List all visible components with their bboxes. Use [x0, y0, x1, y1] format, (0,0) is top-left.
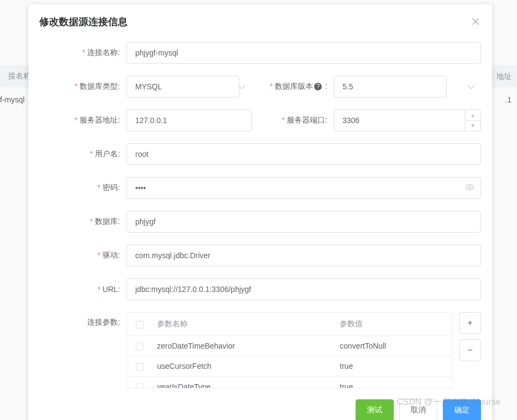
- remove-param-button[interactable]: −: [459, 339, 481, 361]
- confirm-button[interactable]: 确定: [443, 399, 481, 420]
- label-conn-name: 连接名称:: [39, 48, 127, 58]
- label-db-type: 数据库类型:: [39, 82, 127, 92]
- dialog-title: 修改数据源连接信息: [39, 15, 128, 28]
- dialog-header: 修改数据源连接信息: [39, 15, 481, 28]
- label-conn-params: 连接参数:: [39, 312, 127, 327]
- label-server-port: 服务器端口:: [268, 115, 334, 125]
- label-username: 用户名:: [39, 149, 127, 159]
- port-decrease-button[interactable]: ▼: [465, 121, 480, 131]
- row-checkbox[interactable]: [136, 384, 143, 388]
- edit-datasource-dialog: 修改数据源连接信息 连接名称: 数据库类型: 数据库版本? : 服务器地址:: [28, 4, 492, 420]
- server-addr-input[interactable]: [127, 109, 252, 131]
- param-name-cell: useCursorFetch: [152, 356, 334, 376]
- test-button[interactable]: 测试: [356, 399, 394, 420]
- label-driver: 驱动:: [39, 251, 127, 260]
- row-checkbox[interactable]: [136, 363, 143, 371]
- table-row: zeroDateTimeBehavior convertToNull: [127, 336, 452, 356]
- url-input[interactable]: [127, 278, 481, 300]
- select-all-checkbox[interactable]: [136, 321, 143, 328]
- label-url: URL:: [39, 285, 127, 294]
- table-row: yearIsDateType true: [127, 376, 452, 388]
- col-param-value: 参数值: [334, 313, 452, 336]
- label-database: 数据库:: [39, 217, 127, 227]
- eye-icon[interactable]: [465, 182, 474, 194]
- port-stepper: ▲ ▼: [465, 109, 481, 131]
- database-input[interactable]: [127, 211, 481, 233]
- col-param-name: 参数名称: [152, 313, 334, 336]
- driver-input[interactable]: [127, 245, 481, 266]
- db-version-select[interactable]: [334, 76, 447, 98]
- label-db-version: 数据库版本? :: [268, 82, 334, 92]
- label-server-addr: 服务器地址:: [39, 115, 127, 125]
- cancel-button[interactable]: 取消: [399, 399, 437, 420]
- table-row: useCursorFetch true: [127, 356, 452, 376]
- row-checkbox[interactable]: [136, 343, 143, 350]
- add-param-button[interactable]: +: [459, 312, 481, 334]
- port-increase-button[interactable]: ▲: [465, 110, 480, 121]
- param-value-cell: true: [334, 376, 452, 388]
- db-type-select[interactable]: [127, 76, 239, 98]
- param-value-cell: convertToNull: [334, 336, 452, 356]
- username-input[interactable]: [127, 143, 481, 165]
- conn-name-input[interactable]: [127, 42, 481, 64]
- close-icon[interactable]: [470, 16, 481, 27]
- param-action-buttons: + −: [459, 312, 481, 361]
- help-icon[interactable]: ?: [314, 83, 322, 90]
- label-password: 密码:: [39, 183, 127, 193]
- param-value-cell: true: [334, 356, 452, 376]
- server-port-input[interactable]: [334, 109, 465, 131]
- params-table: 参数名称 参数值 zeroDateTimeBehavior convertToN…: [127, 312, 453, 388]
- password-input[interactable]: [127, 177, 481, 199]
- dialog-footer: 测试 取消 确定: [39, 399, 481, 420]
- param-name-cell: yearIsDateType: [152, 376, 334, 388]
- svg-point-0: [468, 186, 471, 188]
- param-name-cell: zeroDateTimeBehavior: [152, 336, 334, 356]
